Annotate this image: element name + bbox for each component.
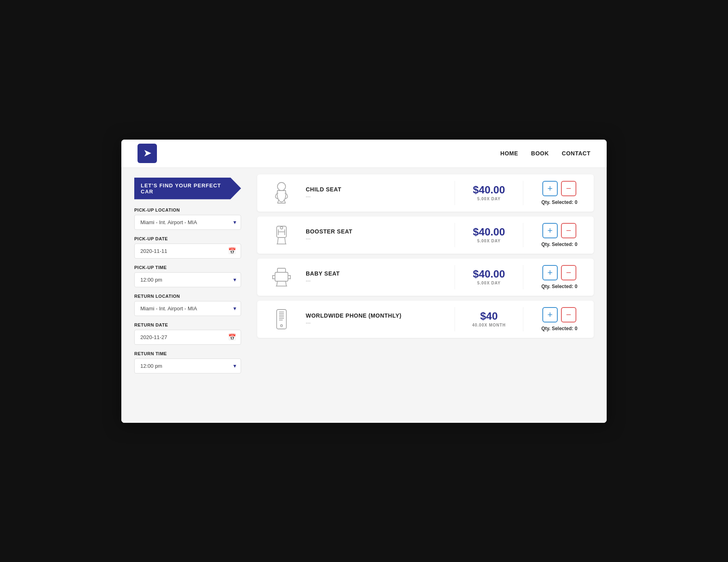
return-date-label: RETURN DATE	[134, 322, 241, 327]
return-location-select[interactable]: Miami - Int. Airport - MIA	[134, 301, 241, 316]
divider-1	[455, 181, 455, 205]
svg-point-0	[277, 182, 286, 191]
worldwide-phone-qty: Qty. Selected: 0	[541, 326, 577, 331]
child-seat-controls: + − Qty. Selected: 0	[533, 181, 586, 205]
worldwide-phone-name: WORLDWIDE PHONE (MONTHLY)	[306, 312, 445, 319]
phone-icon	[265, 307, 298, 331]
baby-seat-remove-button[interactable]: −	[561, 265, 576, 280]
svg-point-12	[281, 324, 283, 327]
logo: ➤	[138, 144, 157, 163]
pickup-date-input[interactable]	[134, 244, 241, 259]
child-seat-name: CHILD SEAT	[306, 186, 445, 193]
nav-contact[interactable]: CONTACT	[562, 150, 590, 157]
sidebar: LET'S FIND YOUR PERFECT CAR PICK-UP LOCA…	[121, 168, 251, 423]
child-seat-desc: ---	[306, 194, 445, 199]
baby-seat-icon	[265, 265, 298, 289]
worldwide-phone-add-button[interactable]: +	[542, 307, 558, 322]
return-location-label: RETURN LOCATION	[134, 294, 241, 299]
pickup-location-select[interactable]: Miami - Int. Airport - MIA	[134, 215, 241, 230]
booster-seat-info: BOOSTER SEAT ---	[306, 228, 445, 242]
child-seat-price-section: $40.00 5.00X DAY	[465, 185, 513, 201]
worldwide-phone-price-sub: 40.00X MONTH	[465, 323, 513, 327]
pickup-date-label: PICK-UP DATE	[134, 236, 241, 241]
nav-home[interactable]: HOME	[500, 150, 518, 157]
child-seat-icon	[265, 181, 298, 205]
addon-child-seat: CHILD SEAT --- $40.00 5.00X DAY + − Qty.…	[257, 174, 594, 212]
svg-point-2	[280, 227, 283, 229]
booster-seat-price-section: $40.00 5.00X DAY	[465, 227, 513, 243]
booster-seat-add-button[interactable]: +	[542, 223, 558, 238]
addon-baby-seat: BABY SEAT --- $40.00 5.00X DAY + − Qty. …	[257, 259, 594, 296]
pickup-location-section: PICK-UP LOCATION Miami - Int. Airport - …	[134, 208, 241, 230]
child-seat-info: CHILD SEAT ---	[306, 186, 445, 199]
worldwide-phone-remove-button[interactable]: −	[561, 307, 576, 322]
pickup-date-section: PICK-UP DATE 📅	[134, 236, 241, 259]
return-time-select[interactable]: 12:00 pm	[134, 358, 241, 373]
pickup-time-label: PICK-UP TIME	[134, 265, 241, 270]
return-date-section: RETURN DATE 📅	[134, 322, 241, 345]
nav-book[interactable]: BOOK	[531, 150, 549, 157]
booster-seat-price-sub: 5.00X DAY	[465, 239, 513, 243]
baby-seat-price-section: $40.00 5.00X DAY	[465, 269, 513, 285]
worldwide-phone-price: $40	[465, 311, 513, 321]
divider-2	[523, 181, 523, 205]
booster-seat-price: $40.00	[465, 227, 513, 237]
divider-6	[523, 265, 523, 289]
baby-seat-info: BABY SEAT ---	[306, 270, 445, 284]
divider-4	[523, 223, 523, 247]
pickup-location-label: PICK-UP LOCATION	[134, 208, 241, 212]
divider-5	[455, 265, 455, 289]
baby-seat-name: BABY SEAT	[306, 270, 445, 277]
addons-content: CHILD SEAT --- $40.00 5.00X DAY + − Qty.…	[251, 168, 607, 423]
child-seat-add-button[interactable]: +	[542, 181, 558, 196]
divider-8	[523, 307, 523, 331]
booster-seat-icon	[265, 223, 298, 247]
svg-rect-5	[277, 310, 286, 329]
sidebar-banner: LET'S FIND YOUR PERFECT CAR	[134, 178, 241, 199]
return-time-label: RETURN TIME	[134, 351, 241, 356]
booster-seat-name: BOOSTER SEAT	[306, 228, 445, 235]
baby-seat-desc: ---	[306, 278, 445, 284]
pickup-time-select[interactable]: 12:00 pm	[134, 272, 241, 287]
svg-rect-4	[277, 268, 286, 272]
divider-3	[455, 223, 455, 247]
addon-booster-seat: BOOSTER SEAT --- $40.00 5.00X DAY + − Qt…	[257, 216, 594, 254]
child-seat-price: $40.00	[465, 185, 513, 195]
pickup-time-section: PICK-UP TIME 12:00 pm	[134, 265, 241, 287]
worldwide-phone-controls: + − Qty. Selected: 0	[533, 307, 586, 331]
baby-seat-price: $40.00	[465, 269, 513, 279]
child-seat-qty: Qty. Selected: 0	[541, 199, 577, 205]
child-seat-remove-button[interactable]: −	[561, 181, 576, 196]
worldwide-phone-info: WORLDWIDE PHONE (MONTHLY) ---	[306, 312, 445, 326]
booster-seat-controls: + − Qty. Selected: 0	[533, 223, 586, 247]
booster-seat-qty: Qty. Selected: 0	[541, 242, 577, 247]
baby-seat-add-button[interactable]: +	[542, 265, 558, 280]
baby-seat-price-sub: 5.00X DAY	[465, 281, 513, 285]
baby-seat-controls: + − Qty. Selected: 0	[533, 265, 586, 289]
child-seat-price-sub: 5.00X DAY	[465, 197, 513, 201]
addon-worldwide-phone: WORLDWIDE PHONE (MONTHLY) --- $40 40.00X…	[257, 301, 594, 338]
return-location-section: RETURN LOCATION Miami - Int. Airport - M…	[134, 294, 241, 316]
divider-7	[455, 307, 455, 331]
nav-links: HOME BOOK CONTACT	[500, 150, 590, 157]
return-time-section: RETURN TIME 12:00 pm	[134, 351, 241, 373]
worldwide-phone-price-section: $40 40.00X MONTH	[465, 311, 513, 327]
booster-seat-desc: ---	[306, 236, 445, 242]
booster-seat-remove-button[interactable]: −	[561, 223, 576, 238]
navbar: ➤ HOME BOOK CONTACT	[121, 140, 607, 168]
svg-rect-3	[275, 272, 288, 281]
baby-seat-qty: Qty. Selected: 0	[541, 284, 577, 289]
worldwide-phone-desc: ---	[306, 320, 445, 326]
return-date-input[interactable]	[134, 330, 241, 345]
